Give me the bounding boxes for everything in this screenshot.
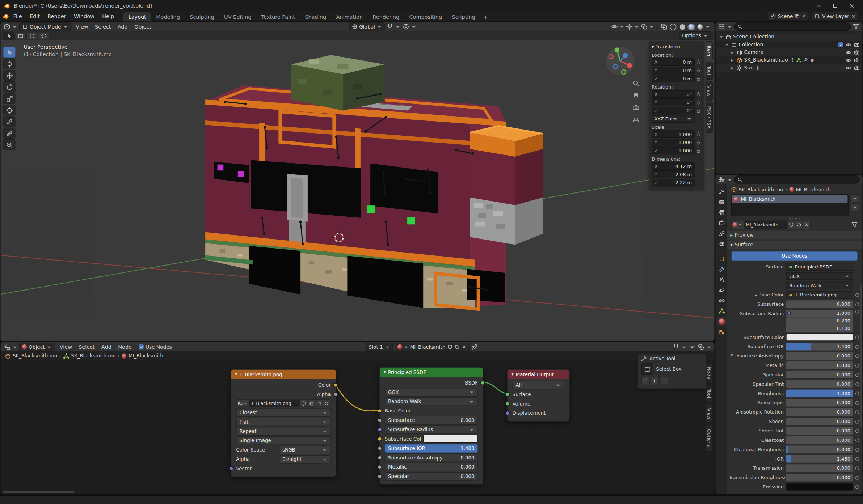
maximize-button[interactable] [827, 0, 843, 11]
interpolation-select[interactable]: Closest [236, 408, 331, 416]
snap-toggle[interactable] [673, 343, 680, 351]
properties-tab-world[interactable] [717, 239, 727, 249]
select-mode-lasso-button[interactable] [38, 31, 49, 40]
property-slider[interactable]: 1.450 [786, 455, 853, 462]
transform-value-field[interactable]: X0° [652, 90, 695, 98]
node-slider[interactable]: Metallic0.000 [385, 462, 478, 471]
menubar-item[interactable]: Edit [26, 13, 43, 20]
outliner-search-input[interactable] [734, 22, 851, 31]
view-layer-selector[interactable]: View Layer [812, 12, 859, 21]
lock-icon[interactable] [696, 148, 701, 153]
properties-tab-output[interactable] [717, 208, 727, 217]
outliner-item-label[interactable]: Sun [744, 65, 754, 70]
properties-tab-viewlayer[interactable] [717, 219, 727, 228]
select-mode-box-button[interactable] [15, 31, 26, 40]
workspace-tab[interactable]: Rendering [368, 12, 404, 21]
transform-value-field[interactable]: Y0° [652, 98, 695, 106]
property-slider[interactable]: 0.030 [786, 446, 853, 453]
select-mode-circle-button[interactable] [26, 31, 37, 40]
menubar-item[interactable]: Help [98, 13, 118, 20]
tool-button[interactable] [3, 116, 15, 127]
shader-menu-item[interactable]: Add [98, 343, 115, 351]
nav-button[interactable] [631, 79, 640, 87]
shader-menu-item[interactable]: Select [75, 343, 98, 351]
copy-image-button[interactable] [307, 399, 315, 407]
menubar-item[interactable]: File [9, 13, 26, 20]
transform-value-field[interactable]: Y1.000 [652, 139, 695, 146]
gizmos-toggle[interactable] [689, 343, 696, 351]
workspace-tab[interactable]: Scripting [447, 12, 480, 21]
orientation-select[interactable]: Global [349, 22, 385, 31]
properties-tab-material[interactable] [717, 317, 727, 326]
horizontal-scrollbar[interactable] [3, 491, 75, 493]
transform-value-field[interactable]: Y2.08 m [652, 170, 695, 178]
decorator-dot[interactable] [855, 382, 859, 386]
decorator-dot[interactable] [855, 466, 859, 470]
pin-toggle[interactable] [471, 343, 479, 351]
vertical-scrollbar[interactable] [860, 285, 862, 428]
select-extend-button[interactable] [651, 377, 659, 385]
decorator-dot[interactable] [855, 419, 859, 423]
overlays-toggle[interactable] [641, 23, 648, 30]
decorator-dot[interactable] [855, 448, 859, 452]
color-swatch[interactable] [786, 483, 853, 491]
outliner-row[interactable]: ▾ Scene Collection [716, 33, 863, 41]
expander-icon[interactable]: ▾ [719, 34, 724, 39]
mode-select[interactable]: Object Mode [19, 22, 71, 31]
decorator-dot[interactable] [855, 401, 859, 405]
alpha-mode-select[interactable]: Straight [279, 455, 331, 463]
property-menu[interactable]: GGX [786, 272, 853, 280]
use-nodes-button[interactable]: Use Nodes [732, 251, 858, 261]
property-slider[interactable]: 0.000 [786, 300, 853, 308]
lock-icon[interactable] [696, 68, 701, 73]
breadcrumb-item[interactable]: SK_Blacksmith.md [63, 353, 116, 359]
navigation-gizmo[interactable] [604, 45, 637, 77]
vector-input[interactable]: Subsurface Radius [385, 425, 478, 434]
menubar-item[interactable]: Render [44, 13, 70, 20]
property-slider[interactable]: 0.000 [786, 464, 853, 472]
outliner-item-label[interactable]: SK_Blacksmith.ao [744, 57, 788, 63]
hide-render-icon[interactable] [854, 65, 860, 71]
input-socket[interactable] [378, 446, 382, 450]
breadcrumb-item[interactable]: SK_Blacksmith.mo [5, 353, 57, 359]
copy-material-button[interactable] [795, 220, 803, 229]
property-slider[interactable]: 0.200 [786, 317, 853, 325]
lock-icon[interactable] [696, 59, 701, 65]
displacement-input-socket[interactable] [505, 411, 510, 415]
surface-panel-header[interactable]: ▾Surface [727, 241, 863, 249]
lock-icon[interactable] [696, 140, 701, 145]
outliner-item-label[interactable]: Collection [738, 42, 763, 47]
expander-icon[interactable]: ▸ [730, 65, 735, 70]
nav-button[interactable] [631, 103, 640, 111]
slot-select[interactable]: Slot 1 [366, 342, 393, 351]
tool-button[interactable] [3, 105, 15, 115]
outliner-row[interactable]: ▸ SK_Blacksmith.ao [716, 56, 863, 64]
breadcrumb-object[interactable]: SK_Blacksmith.mo [731, 186, 783, 192]
decorator-dot[interactable] [855, 429, 859, 433]
color-output-socket[interactable] [333, 382, 338, 387]
property-menu[interactable]: Random Walk [786, 281, 853, 289]
snap-toggle[interactable] [387, 23, 394, 30]
image-browse-button[interactable] [236, 399, 250, 407]
node-slider[interactable]: Subsurface0.000 [385, 416, 478, 424]
use-nodes-checkbox[interactable]: Use Nodes [139, 344, 172, 350]
workspace-tab[interactable]: UV Editing [219, 12, 256, 21]
workspace-tab[interactable]: Sculpting [185, 12, 219, 21]
workspace-tab[interactable]: Modeling [151, 12, 185, 21]
lock-icon[interactable] [696, 108, 701, 113]
shader-type-select[interactable]: Object [19, 342, 55, 351]
select-subtract-button[interactable] [660, 377, 668, 385]
scene-selector[interactable]: Scene [767, 12, 809, 21]
extension-select[interactable]: Repeat [236, 427, 331, 435]
surface-input-socket[interactable] [505, 392, 510, 396]
tool-button[interactable] [3, 47, 15, 58]
node-slider[interactable]: Specular0.000 [385, 472, 478, 480]
input-socket[interactable] [378, 408, 382, 413]
hide-render-icon[interactable] [854, 57, 860, 63]
input-socket[interactable] [378, 436, 382, 441]
input-socket[interactable] [378, 474, 382, 478]
properties-tab-particles[interactable] [717, 275, 727, 284]
tool-button[interactable] [3, 81, 15, 92]
add-slot-button[interactable] [850, 194, 859, 203]
shader-menu-item[interactable]: Node [115, 343, 135, 351]
